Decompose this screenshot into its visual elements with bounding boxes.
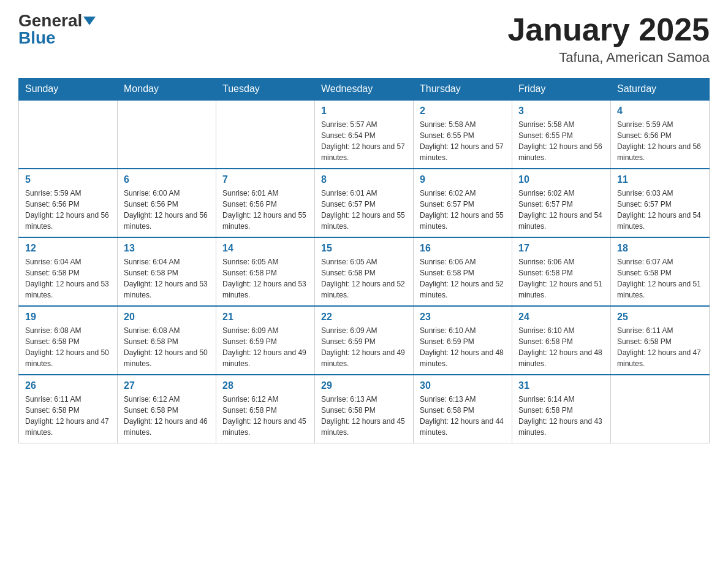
day-info: Sunrise: 6:04 AMSunset: 6:58 PMDaylight:…	[25, 256, 111, 301]
day-info: Sunrise: 6:11 AMSunset: 6:58 PMDaylight:…	[617, 325, 703, 369]
calendar-cell: 13Sunrise: 6:04 AMSunset: 6:58 PMDayligh…	[118, 237, 216, 306]
calendar-cell: 23Sunrise: 6:10 AMSunset: 6:59 PMDayligh…	[414, 306, 512, 375]
day-info: Sunrise: 6:05 AMSunset: 6:58 PMDaylight:…	[321, 256, 407, 301]
day-info: Sunrise: 6:13 AMSunset: 6:58 PMDaylight:…	[420, 394, 506, 438]
day-info: Sunrise: 6:05 AMSunset: 6:58 PMDaylight:…	[222, 256, 308, 301]
logo: General Blue	[18, 12, 96, 47]
day-number: 27	[124, 380, 210, 391]
day-number: 2	[420, 105, 506, 117]
calendar-cell: 24Sunrise: 6:10 AMSunset: 6:58 PMDayligh…	[512, 306, 611, 375]
title-block: January 2025 Tafuna, American Samoa	[507, 12, 710, 66]
calendar-cell: 16Sunrise: 6:06 AMSunset: 6:58 PMDayligh…	[414, 237, 512, 306]
day-header-monday: Monday	[118, 79, 216, 101]
calendar-cell: 22Sunrise: 6:09 AMSunset: 6:59 PMDayligh…	[315, 306, 414, 375]
day-info: Sunrise: 5:58 AMSunset: 6:55 PMDaylight:…	[518, 119, 604, 163]
day-number: 14	[222, 243, 308, 254]
day-number: 4	[617, 105, 703, 117]
calendar-cell: 14Sunrise: 6:05 AMSunset: 6:58 PMDayligh…	[216, 237, 315, 306]
day-number: 26	[25, 380, 111, 391]
day-info: Sunrise: 5:58 AMSunset: 6:55 PMDaylight:…	[420, 119, 506, 163]
day-number: 17	[518, 243, 604, 254]
page-header: General Blue January 2025 Tafuna, Americ…	[18, 12, 710, 66]
day-info: Sunrise: 5:57 AMSunset: 6:54 PMDaylight:…	[321, 119, 407, 163]
day-number: 25	[617, 312, 703, 323]
day-number: 5	[25, 174, 111, 185]
calendar-cell	[19, 100, 118, 169]
day-info: Sunrise: 6:06 AMSunset: 6:58 PMDaylight:…	[518, 256, 604, 301]
calendar-cell: 7Sunrise: 6:01 AMSunset: 6:56 PMDaylight…	[216, 169, 315, 237]
day-info: Sunrise: 5:59 AMSunset: 6:56 PMDaylight:…	[25, 188, 111, 232]
day-info: Sunrise: 6:12 AMSunset: 6:58 PMDaylight:…	[124, 394, 210, 438]
day-info: Sunrise: 6:06 AMSunset: 6:58 PMDaylight:…	[420, 256, 506, 301]
day-number: 12	[25, 243, 111, 254]
day-info: Sunrise: 6:10 AMSunset: 6:59 PMDaylight:…	[420, 325, 506, 369]
logo-general-text: General	[18, 12, 82, 29]
calendar-cell: 19Sunrise: 6:08 AMSunset: 6:58 PMDayligh…	[19, 306, 118, 375]
day-info: Sunrise: 6:01 AMSunset: 6:56 PMDaylight:…	[222, 188, 308, 232]
calendar-cell: 29Sunrise: 6:13 AMSunset: 6:58 PMDayligh…	[315, 375, 414, 443]
day-info: Sunrise: 6:12 AMSunset: 6:58 PMDaylight:…	[222, 394, 308, 438]
day-info: Sunrise: 6:02 AMSunset: 6:57 PMDaylight:…	[420, 188, 506, 232]
calendar-cell: 31Sunrise: 6:14 AMSunset: 6:58 PMDayligh…	[512, 375, 611, 443]
calendar-cell: 11Sunrise: 6:03 AMSunset: 6:57 PMDayligh…	[611, 169, 710, 237]
calendar-cell: 21Sunrise: 6:09 AMSunset: 6:59 PMDayligh…	[216, 306, 315, 375]
day-info: Sunrise: 6:11 AMSunset: 6:58 PMDaylight:…	[25, 394, 111, 438]
day-number: 28	[222, 380, 308, 391]
calendar-cell: 12Sunrise: 6:04 AMSunset: 6:58 PMDayligh…	[19, 237, 118, 306]
calendar-cell: 17Sunrise: 6:06 AMSunset: 6:58 PMDayligh…	[512, 237, 611, 306]
day-header-saturday: Saturday	[611, 79, 710, 101]
day-number: 8	[321, 174, 407, 185]
day-info: Sunrise: 6:02 AMSunset: 6:57 PMDaylight:…	[518, 188, 604, 232]
calendar-cell	[216, 100, 315, 169]
day-number: 23	[420, 312, 506, 323]
calendar-cell: 3Sunrise: 5:58 AMSunset: 6:55 PMDaylight…	[512, 100, 611, 169]
calendar-cell: 28Sunrise: 6:12 AMSunset: 6:58 PMDayligh…	[216, 375, 315, 443]
calendar-week-row: 12Sunrise: 6:04 AMSunset: 6:58 PMDayligh…	[19, 237, 710, 306]
calendar-week-row: 26Sunrise: 6:11 AMSunset: 6:58 PMDayligh…	[19, 375, 710, 443]
calendar-cell: 18Sunrise: 6:07 AMSunset: 6:58 PMDayligh…	[611, 237, 710, 306]
day-number: 22	[321, 312, 407, 323]
calendar-week-row: 1Sunrise: 5:57 AMSunset: 6:54 PMDaylight…	[19, 100, 710, 169]
day-info: Sunrise: 6:08 AMSunset: 6:58 PMDaylight:…	[25, 325, 111, 369]
day-info: Sunrise: 5:59 AMSunset: 6:56 PMDaylight:…	[617, 119, 703, 163]
calendar-cell: 9Sunrise: 6:02 AMSunset: 6:57 PMDaylight…	[414, 169, 512, 237]
day-number: 31	[518, 380, 604, 391]
calendar-cell: 4Sunrise: 5:59 AMSunset: 6:56 PMDaylight…	[611, 100, 710, 169]
logo-blue-text: Blue	[18, 29, 56, 47]
day-info: Sunrise: 6:09 AMSunset: 6:59 PMDaylight:…	[222, 325, 308, 369]
calendar-cell: 2Sunrise: 5:58 AMSunset: 6:55 PMDaylight…	[414, 100, 512, 169]
day-number: 10	[518, 174, 604, 185]
calendar-cell	[118, 100, 216, 169]
day-number: 6	[124, 174, 210, 185]
day-number: 16	[420, 243, 506, 254]
day-info: Sunrise: 6:13 AMSunset: 6:58 PMDaylight:…	[321, 394, 407, 438]
day-number: 11	[617, 174, 703, 185]
day-number: 3	[518, 105, 604, 117]
calendar-cell: 30Sunrise: 6:13 AMSunset: 6:58 PMDayligh…	[414, 375, 512, 443]
day-header-sunday: Sunday	[19, 79, 118, 101]
day-number: 13	[124, 243, 210, 254]
day-number: 1	[321, 105, 407, 117]
day-info: Sunrise: 6:09 AMSunset: 6:59 PMDaylight:…	[321, 325, 407, 369]
day-info: Sunrise: 6:07 AMSunset: 6:58 PMDaylight:…	[617, 256, 703, 301]
day-number: 20	[124, 312, 210, 323]
calendar-cell: 25Sunrise: 6:11 AMSunset: 6:58 PMDayligh…	[611, 306, 710, 375]
calendar-cell: 20Sunrise: 6:08 AMSunset: 6:58 PMDayligh…	[118, 306, 216, 375]
month-title: January 2025	[507, 12, 710, 47]
day-info: Sunrise: 6:08 AMSunset: 6:58 PMDaylight:…	[124, 325, 210, 369]
day-number: 9	[420, 174, 506, 185]
calendar-week-row: 19Sunrise: 6:08 AMSunset: 6:58 PMDayligh…	[19, 306, 710, 375]
calendar-week-row: 5Sunrise: 5:59 AMSunset: 6:56 PMDaylight…	[19, 169, 710, 237]
day-header-thursday: Thursday	[414, 79, 512, 101]
calendar-cell: 8Sunrise: 6:01 AMSunset: 6:57 PMDaylight…	[315, 169, 414, 237]
calendar-cell: 15Sunrise: 6:05 AMSunset: 6:58 PMDayligh…	[315, 237, 414, 306]
calendar-cell: 1Sunrise: 5:57 AMSunset: 6:54 PMDaylight…	[315, 100, 414, 169]
day-number: 24	[518, 312, 604, 323]
logo-triangle-icon	[83, 17, 96, 25]
location-title: Tafuna, American Samoa	[507, 50, 710, 66]
calendar-cell	[611, 375, 710, 443]
day-number: 21	[222, 312, 308, 323]
day-info: Sunrise: 6:00 AMSunset: 6:56 PMDaylight:…	[124, 188, 210, 232]
calendar-cell: 10Sunrise: 6:02 AMSunset: 6:57 PMDayligh…	[512, 169, 611, 237]
calendar-table: SundayMondayTuesdayWednesdayThursdayFrid…	[18, 78, 710, 443]
